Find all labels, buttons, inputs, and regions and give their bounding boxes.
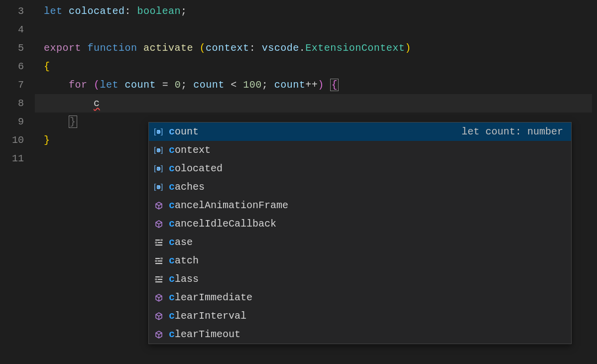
suggestion-item[interactable]: clearInterval	[149, 307, 571, 325]
suggestion-item[interactable]: clearImmediate	[149, 288, 571, 307]
svg-rect-18	[155, 242, 157, 243]
svg-text:]: ]	[160, 164, 163, 173]
keyword-icon	[152, 256, 166, 266]
code-editor[interactable]: 3 4 5 6 7 8 9 10 11 let colocated: boole…	[0, 0, 597, 364]
variable-icon: []	[152, 145, 166, 155]
suggestion-label: cancelIdleCallback	[169, 218, 276, 230]
suggestion-item[interactable]: clearTimeout	[149, 325, 571, 344]
svg-rect-20	[155, 244, 162, 245]
method-icon	[152, 293, 166, 303]
code-line[interactable]: c	[44, 94, 597, 113]
code-line[interactable]: let colocated: boolean;	[44, 2, 597, 20]
suggestion-item[interactable]: cancelAnimationFrame	[149, 196, 571, 215]
suggestion-item[interactable]: class	[149, 270, 571, 288]
suggestion-item[interactable]: case	[149, 233, 571, 251]
suggestion-label: catch	[169, 255, 199, 266]
svg-rect-25	[155, 263, 162, 264]
code-line[interactable]: for (let count = 0; count < 100; count++…	[44, 76, 597, 94]
suggestion-label: clearTimeout	[169, 329, 240, 340]
line-number: 8	[0, 94, 35, 113]
code-line[interactable]	[44, 20, 597, 39]
intellisense-popup[interactable]: []countlet count: number[]context[]coloc…	[148, 122, 572, 344]
code-line[interactable]: {	[44, 57, 597, 76]
keyword-icon	[152, 274, 166, 284]
variable-icon: []	[152, 127, 166, 137]
suggestion-item[interactable]: cancelIdleCallback	[149, 215, 571, 233]
svg-rect-24	[158, 260, 162, 261]
svg-text:]: ]	[160, 146, 163, 154]
svg-rect-23	[155, 260, 157, 261]
suggestion-item[interactable]: []caches	[149, 178, 571, 196]
suggestion-label: colocated	[169, 163, 223, 174]
line-number: 10	[0, 131, 35, 149]
method-icon	[152, 311, 166, 321]
svg-rect-29	[158, 279, 162, 280]
suggestion-item[interactable]: []context	[149, 141, 571, 159]
suggestion-label: case	[169, 237, 193, 248]
svg-rect-19	[158, 242, 162, 243]
svg-rect-22	[161, 258, 162, 259]
suggestion-item[interactable]: catch	[149, 251, 571, 270]
line-number-gutter: 3 4 5 6 7 8 9 10 11	[0, 0, 35, 364]
line-number: 6	[0, 57, 35, 76]
line-number: 3	[0, 2, 35, 20]
suggestion-label: class	[169, 273, 199, 285]
svg-rect-26	[155, 276, 160, 277]
method-icon	[152, 219, 166, 229]
line-number: 4	[0, 20, 35, 39]
suggestion-label: caches	[169, 181, 205, 193]
svg-text:[: [	[154, 146, 156, 154]
method-icon	[152, 330, 166, 340]
svg-text:[: [	[154, 164, 156, 173]
variable-icon: []	[152, 182, 166, 192]
svg-rect-30	[155, 281, 162, 282]
keyword-icon	[152, 238, 166, 247]
svg-text:]: ]	[160, 127, 163, 136]
svg-text:[: [	[154, 127, 156, 136]
line-number: 11	[0, 149, 35, 168]
line-number: 9	[0, 113, 35, 131]
method-icon	[152, 201, 166, 211]
code-content[interactable]: let colocated: boolean; export function …	[35, 0, 597, 364]
suggestion-item[interactable]: []countlet count: number	[149, 122, 571, 141]
variable-icon: []	[152, 164, 166, 174]
suggestion-detail: let count: number	[462, 126, 568, 137]
svg-rect-27	[161, 276, 162, 277]
code-line[interactable]: export function activate (context: vscod…	[44, 39, 597, 57]
svg-rect-28	[155, 279, 157, 280]
svg-rect-16	[155, 240, 160, 241]
line-number: 7	[0, 76, 35, 94]
suggestion-label: clearInterval	[169, 310, 246, 322]
suggestion-label: clearImmediate	[169, 292, 252, 303]
line-number: 5	[0, 39, 35, 57]
suggestion-item[interactable]: []colocated	[149, 159, 571, 178]
suggestion-label: count	[169, 126, 199, 137]
svg-rect-17	[161, 240, 162, 241]
suggestion-label: context	[169, 144, 211, 156]
svg-rect-21	[155, 258, 160, 259]
svg-text:[: [	[154, 183, 156, 191]
suggestion-label: cancelAnimationFrame	[169, 200, 288, 211]
svg-text:]: ]	[160, 183, 163, 191]
